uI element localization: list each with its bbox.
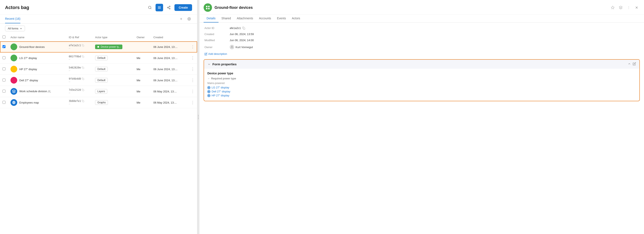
search-button[interactable] (146, 4, 154, 11)
svg-point-4 (170, 6, 170, 7)
svg-point-33 (628, 9, 629, 9)
row-checkbox[interactable] (2, 90, 6, 93)
col-actor-name: Actor name (8, 33, 66, 41)
row-checkbox[interactable] (2, 56, 6, 59)
svg-point-31 (628, 6, 629, 7)
right-panel-title: Ground-floor devices (214, 6, 607, 10)
row-more-button[interactable]: ⋮ (191, 67, 194, 71)
create-button[interactable]: Create (174, 4, 192, 11)
edit-form-props-button[interactable] (633, 62, 636, 66)
owner-label: Owner (204, 46, 230, 49)
copy-id-icon[interactable] (82, 55, 84, 58)
filter-row: All forms (0, 24, 197, 33)
actor-name: Employees map (19, 101, 39, 104)
table-row[interactable]: Employees map 3b60efe1 — Graphs Me 06 Ma… (0, 97, 197, 108)
add-tab-button[interactable] (178, 16, 184, 22)
row-checkbox[interactable] (2, 45, 6, 48)
form-properties-header[interactable]: Form properties (204, 60, 640, 69)
tab-details[interactable]: Details (204, 15, 218, 23)
right-panel: Ground-floor devices (200, 0, 644, 234)
details-section: Actor ID afe1a2c1 Created Jun 06, 2024; … (200, 23, 644, 59)
copy-id-icon[interactable] (82, 89, 84, 91)
svg-point-0 (148, 6, 151, 9)
row-more-button[interactable]: ⋮ (191, 89, 194, 94)
table-row[interactable]: LG 27" display 001ff0bd — Default Me 06 … (0, 53, 197, 64)
star-button[interactable] (610, 5, 616, 11)
table-row[interactable]: Ground-floor devices afe1a2c1 — Device p… (0, 41, 197, 53)
table-row[interactable]: Work schedule division 7d3e2528 — Layers… (0, 86, 197, 97)
table-row[interactable]: HP 27" display 5462820e — Default Me 06 … (0, 64, 197, 75)
row-checkbox[interactable] (2, 79, 6, 82)
actor-name: Dell 27" display (19, 79, 38, 82)
copy-id-icon[interactable] (82, 100, 84, 102)
svg-rect-27 (206, 8, 208, 9)
owner-value: Kurt Vonnegut (230, 45, 253, 49)
row-checkbox[interactable] (2, 101, 6, 104)
svg-rect-25 (206, 6, 208, 7)
svg-rect-24 (83, 101, 84, 102)
actor-type-badge: Default (95, 67, 108, 71)
list-view-button[interactable] (156, 4, 163, 11)
form-properties-title: Form properties (208, 62, 236, 66)
tab-attachments[interactable]: Attachments (234, 15, 256, 23)
modified-value: Jun 06, 2024; 14:00 (230, 39, 254, 42)
device-link-lg[interactable]: LG 27" display (208, 86, 636, 89)
header-actions: Create (146, 4, 192, 11)
collapse-form-props-button[interactable] (628, 62, 631, 66)
table-row[interactable]: Dell 27" display 9fd4b4d8 — Default Me 0… (0, 75, 197, 86)
copy-id-icon[interactable] (82, 44, 84, 47)
actor-name: Ground-floor devices (19, 45, 45, 49)
col-owner: Owner (134, 33, 151, 41)
left-header: Actors bag Create (0, 0, 197, 15)
owner-row: Owner Kurt Vonnegut (204, 45, 639, 49)
device-link-dell[interactable]: Dell 27" display (208, 90, 636, 93)
created-cell: 06 June 2024, 13:... (151, 53, 188, 64)
all-forms-button[interactable]: All forms (5, 26, 25, 31)
owner-cell: Me (134, 53, 151, 64)
close-button[interactable] (634, 5, 640, 11)
row-more-button[interactable]: ⋮ (191, 78, 194, 83)
actor-name: Work schedule division (19, 90, 51, 93)
required-power-header: Required power type (208, 77, 636, 80)
share-button[interactable] (165, 4, 172, 11)
row-more-button[interactable]: ⋮ (191, 45, 194, 49)
owner-avatar (230, 45, 234, 49)
tab-shared[interactable]: Shared (218, 15, 234, 23)
svg-marker-17 (12, 90, 16, 92)
svg-point-32 (628, 7, 629, 8)
copy-id-icon[interactable] (82, 66, 84, 69)
device-link-icon-dell (208, 90, 210, 93)
svg-rect-36 (243, 28, 245, 30)
svg-line-8 (168, 7, 170, 7)
svg-rect-14 (83, 56, 84, 58)
svg-marker-30 (619, 6, 622, 8)
tab-events[interactable]: Events (274, 15, 289, 23)
select-all-checkbox[interactable] (2, 36, 6, 39)
svg-rect-28 (208, 8, 210, 9)
svg-rect-15 (83, 67, 84, 69)
copy-id-icon[interactable] (82, 78, 84, 80)
device-link-icon-lg (208, 86, 210, 89)
col-actor-type: Actor type (92, 33, 134, 41)
form-properties-actions (628, 62, 636, 66)
tab-recent[interactable]: Recent (16) (5, 15, 20, 23)
device-link-hp[interactable]: HP 27" display (208, 94, 636, 97)
left-panel: Actors bag Create Recent (16) (0, 0, 197, 234)
more-button[interactable] (626, 5, 632, 11)
copy-actor-id-icon[interactable] (242, 27, 245, 30)
row-more-button[interactable]: ⋮ (191, 56, 194, 60)
settings-tab-button[interactable] (186, 16, 192, 22)
svg-rect-12 (83, 45, 84, 47)
id-ref-cell: 7d3e2528 — (66, 86, 93, 97)
owner-cell: Me (134, 86, 151, 97)
device-link-icon-hp (208, 94, 210, 97)
row-more-button[interactable]: ⋮ (191, 100, 194, 105)
add-description-button[interactable]: Add description (204, 52, 227, 56)
actor-type-badge: Graphs (95, 100, 108, 105)
layers-button[interactable] (618, 5, 624, 11)
row-checkbox[interactable] (2, 67, 6, 70)
svg-point-18 (48, 91, 50, 92)
tab-actors[interactable]: Actors (289, 15, 303, 23)
modified-label: Modified (204, 39, 230, 42)
tab-accounts[interactable]: Accounts (256, 15, 274, 23)
